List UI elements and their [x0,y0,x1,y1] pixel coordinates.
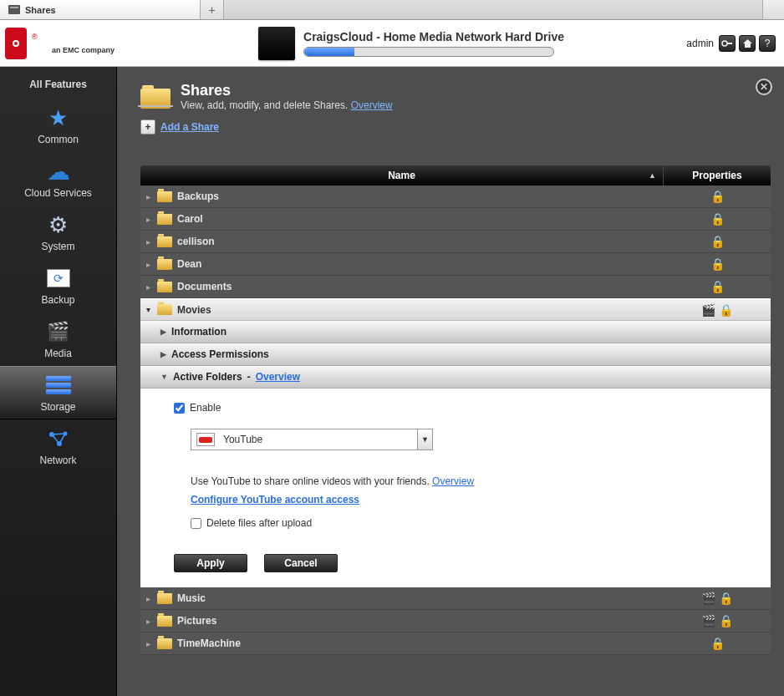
panel-active-folders[interactable]: ▼ Active Folders - Overview [140,366,771,389]
share-row[interactable]: ▸ cellison 🔒 [140,231,771,253]
expand-icon: ▸ [140,617,155,626]
grid-header: Name ▲ Properties [140,165,771,185]
enable-checkbox[interactable] [174,403,185,414]
share-row[interactable]: ▸ TimeMachine 🔒 [140,632,771,655]
add-share-link[interactable]: Add a Share [160,121,219,133]
close-button[interactable]: ✕ [756,79,772,95]
share-row[interactable]: ▸ Music 🎬 🔒 [140,587,771,610]
lock-icon: 🔒 [710,190,725,203]
sidebar-item-label: Media [44,348,72,359]
sidebar-item-network[interactable]: Network [0,419,116,473]
youtube-icon [196,433,215,446]
provider-help-text: Use YouTube to share online videos with … [191,475,432,487]
sidebar-item-common[interactable]: ★ Common [0,99,116,152]
cancel-button[interactable]: Cancel [264,554,338,572]
page-title: Shares [181,82,393,99]
provider-select[interactable]: YouTube ▼ [191,429,433,450]
folder-icon [155,236,174,247]
sidebar-item-backup[interactable]: ⟳ Backup [0,259,116,312]
share-name: Carol [174,213,664,225]
shares-grid: Name ▲ Properties ▸ Backups 🔒 ▸ [140,165,771,696]
sidebar-item-label: Common [38,134,79,145]
dropdown-icon: ▼ [417,429,432,450]
provider-overview-link[interactable]: Overview [432,475,474,487]
page-description: View, add, modify, and delete Shares. [181,99,351,111]
folder-icon [155,214,174,225]
storage-icon [44,373,73,398]
column-header-properties[interactable]: Properties [664,165,771,185]
sidebar-title: All Features [0,74,116,99]
sidebar-item-media[interactable]: 🎬 Media [0,312,116,366]
sidebar: All Features ★ Common ☁ Cloud Services ⚙… [0,67,117,696]
share-row[interactable]: ▸ Carol 🔒 [140,208,771,231]
gear-icon: ⚙ [44,212,73,237]
logout-button[interactable] [719,35,736,52]
media-icon: 🎬 [44,319,73,344]
panel-access-permissions[interactable]: ▶ Access Permissions [140,343,771,366]
share-row[interactable]: ▸ Dean 🔒 [140,253,771,276]
sidebar-item-storage[interactable]: Storage [0,366,116,419]
enable-label: Enable [190,402,221,414]
app-header: iomega® an EMC company CraigsCloud - Hom… [0,20,784,67]
svg-line-6 [52,434,59,444]
folder-icon [155,616,174,627]
share-row[interactable]: ▸ Backups 🔒 [140,185,771,208]
share-row[interactable]: ▸ Documents 🔒 [140,276,771,298]
brand-logo[interactable]: iomega® an EMC company [5,28,115,59]
folder-icon [155,304,174,315]
device-status: CraigsCloud - Home Media Network Hard Dr… [258,27,564,60]
delete-after-label: Delete files after upload [206,517,312,529]
admin-label: admin [686,38,714,49]
share-name: Dean [174,258,664,270]
panel-information[interactable]: ▶ Information [140,321,771,343]
sort-asc-icon: ▲ [649,171,656,180]
share-row[interactable]: ▸ Pictures 🎬 🔒 [140,610,771,632]
expand-icon: ▸ [140,192,155,201]
share-detail-panels: ▶ Information ▶ Access Permissions ▼ Act… [140,321,771,587]
folder-icon [155,593,174,604]
sidebar-item-system[interactable]: ⚙ System [0,206,116,259]
sidebar-item-label: Network [39,455,76,466]
lock-icon: 🔒 [719,303,733,317]
folder-icon [155,259,174,270]
brand-subtitle: an EMC company [32,46,115,54]
favicon-icon [8,5,20,14]
svg-rect-1 [727,43,732,44]
new-tab-button[interactable]: + [201,0,224,19]
delete-after-row[interactable]: Delete files after upload [191,517,746,529]
collapse-icon: ▾ [140,305,155,314]
sidebar-item-label: System [41,241,74,252]
tab-title: Shares [25,5,56,15]
backup-icon: ⟳ [44,266,73,291]
home-button[interactable] [739,35,756,52]
brand-logo-icon [5,28,27,59]
expand-icon: ▸ [140,594,155,603]
active-folders-body: Enable YouTube ▼ Use YouTube to share on… [140,389,771,587]
svg-line-5 [52,434,65,434]
apply-button[interactable]: Apply [174,554,247,572]
expand-icon: ▸ [140,215,155,224]
enable-checkbox-row[interactable]: Enable [174,402,746,414]
share-row-expanded[interactable]: ▾ Movies 🎬 🔒 [140,298,771,321]
sidebar-item-cloud-services[interactable]: ☁ Cloud Services [0,152,116,206]
browser-tab-active[interactable]: Shares [0,0,201,19]
active-folders-overview-link[interactable]: Overview [256,371,300,383]
lock-icon: 🔒 [719,592,733,605]
svg-point-0 [722,41,727,46]
expand-icon: ▸ [140,639,155,648]
column-header-name[interactable]: Name ▲ [140,165,664,185]
sidebar-item-label: Cloud Services [24,187,92,199]
overview-link[interactable]: Overview [351,99,393,111]
tabbar-menu-button[interactable] [762,0,784,19]
media-icon: 🎬 [701,303,715,317]
shares-icon [140,85,171,109]
help-button[interactable]: ? [759,35,776,52]
media-icon: 🎬 [701,614,715,627]
share-name: TimeMachine [174,638,664,649]
browser-tabbar: Shares + [0,0,784,20]
lock-icon: 🔒 [710,637,725,650]
star-icon: ★ [44,105,73,130]
configure-account-link[interactable]: Configure YouTube account access [191,494,746,505]
share-name: Documents [174,281,664,292]
delete-after-checkbox[interactable] [191,518,201,529]
